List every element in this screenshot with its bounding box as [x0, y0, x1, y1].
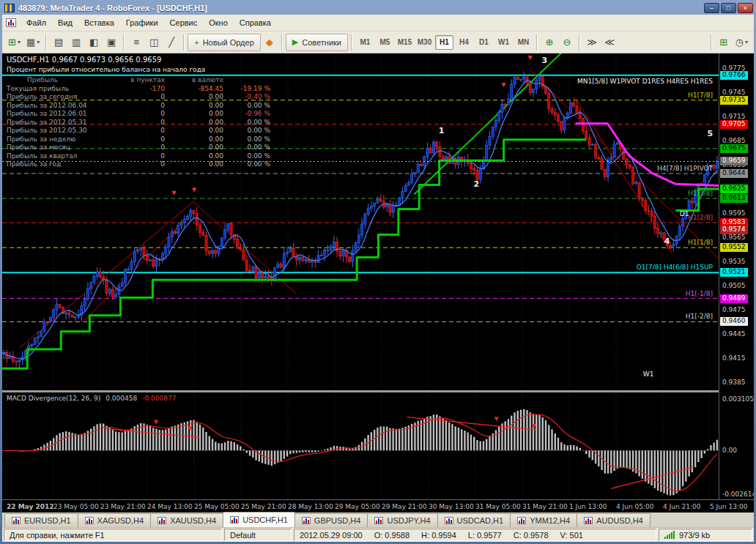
- menu-item-window[interactable]: Окно: [203, 15, 234, 30]
- toolbar-separator: [711, 34, 712, 51]
- tab-usdchf-h1[interactable]: USDCHF,H1: [223, 512, 295, 527]
- zoom-in-button[interactable]: ⊕: [541, 34, 558, 51]
- dropdown-arrow-icon: ▾: [745, 39, 748, 45]
- chart-tab-label: XAGUSD,H4: [97, 516, 144, 525]
- zoom-out-button[interactable]: ⊖: [558, 34, 576, 51]
- terminal-icon: ▣: [107, 37, 116, 48]
- line-chart-button[interactable]: ╱: [163, 34, 180, 51]
- status-close: C: 0.9578: [514, 531, 549, 540]
- chart-tab-label: USDCAD,H1: [457, 516, 504, 525]
- toolbar-separator: [183, 34, 185, 51]
- chart-tab-icon: [85, 517, 94, 524]
- tab-eurusd-h1[interactable]: EURUSD,H1: [4, 513, 78, 527]
- timeframe-mn-button[interactable]: MN: [514, 35, 533, 50]
- data-window-button[interactable]: ▥: [67, 34, 85, 51]
- data-window-icon: ▥: [72, 37, 81, 48]
- profit-row: Прибыль за квартал00.000.00 %: [7, 152, 270, 161]
- bar-chart-button[interactable]: ≡: [127, 34, 145, 51]
- navigator-button[interactable]: ◧: [85, 34, 103, 51]
- svg-text:H1[-2/8]: H1[-2/8]: [686, 313, 713, 320]
- window-title: 483879: MetaTrader 4 - RoboForex - [USDC…: [18, 4, 704, 12]
- maximize-button[interactable]: □: [721, 3, 736, 13]
- svg-text:1: 1: [439, 126, 445, 135]
- timeframe-m1-button[interactable]: M1: [356, 35, 374, 50]
- new-chart-button[interactable]: ⊞▾: [5, 34, 23, 51]
- chart-tabs-bar: EURUSD,H1XAGUSD,H4XAUUSD,H4USDCHF,H1GBPU…: [2, 513, 754, 528]
- price-badge: 0.9552: [720, 243, 748, 252]
- svg-text:5: 5: [707, 129, 713, 138]
- chart-tab-label: YMM12,H4: [530, 516, 570, 525]
- terminal-button[interactable]: ▣: [103, 34, 120, 51]
- metaeditor-button[interactable]: ◆: [261, 34, 278, 51]
- tab-xauusd-h4[interactable]: XAUUSD,H4: [150, 513, 223, 527]
- close-button[interactable]: ×: [738, 3, 753, 13]
- timeframe-d1-button[interactable]: D1: [475, 35, 493, 50]
- market-watch-button[interactable]: ▤: [50, 34, 67, 51]
- profit-row: Прибыль за месяц00.000.00 %: [7, 144, 270, 152]
- price-badge: 0.9613: [720, 194, 748, 203]
- candlestick-chart-button[interactable]: ◫: [145, 34, 163, 51]
- experts-button[interactable]: ▶Советники: [286, 34, 348, 51]
- chart-tab-icon: [584, 517, 593, 524]
- new-order-button[interactable]: +Новый Ордер: [188, 34, 261, 51]
- toolbar-separator: [536, 34, 538, 51]
- chart-tab-label: XAUUSD,H4: [170, 516, 216, 525]
- chart-tab-icon: [302, 517, 311, 524]
- time-axis[interactable]: 22 May 201223 May 05:0023 May 21:0024 Ma…: [2, 499, 754, 513]
- timeframe-h1-button[interactable]: H1: [435, 35, 453, 50]
- chart-tab-icon: [374, 517, 383, 524]
- navigator-icon: ◧: [89, 37, 98, 48]
- metatrader-logo-icon: [4, 4, 15, 12]
- toolbar-separator: [45, 34, 47, 51]
- timeframe-h4-button[interactable]: H4: [455, 35, 473, 50]
- line-chart-icon: ╱: [168, 37, 174, 48]
- profiles-button[interactable]: ▦▾: [23, 34, 42, 51]
- auto-scroll-button[interactable]: ≫: [583, 34, 601, 51]
- menu-item-service[interactable]: Сервис: [164, 15, 204, 30]
- tab-ymm12-h4[interactable]: YMM12,H4: [510, 513, 577, 527]
- macd-panel-canvas[interactable]: [2, 392, 719, 499]
- price-scale[interactable]: 0.97750.97450.97150.96850.96550.96250.95…: [719, 53, 754, 499]
- menu-item-file[interactable]: Файл: [21, 15, 52, 30]
- chart-tab-label: GBPUSD,H4: [314, 516, 361, 525]
- new-window-icon: ⊞: [719, 37, 727, 48]
- timeframe-m15-button[interactable]: M15: [396, 35, 414, 50]
- zoom-in-icon: ⊕: [546, 37, 554, 48]
- menu-item-view[interactable]: Вид: [52, 15, 78, 30]
- time-axis-label: 31 May 05:00: [475, 503, 521, 510]
- traffic-counter: 973/9 kb: [679, 530, 710, 540]
- tab-usdcad-h1[interactable]: USDCAD,H1: [437, 513, 511, 527]
- chart-shift-button[interactable]: ≪: [601, 34, 618, 51]
- new-window-button[interactable]: ⊞: [715, 34, 733, 51]
- time-axis-label: 31 May 21:00: [522, 503, 568, 510]
- price-badge: 0.9489: [720, 294, 748, 303]
- tab-xagusd-h4[interactable]: XAGUSD,H4: [78, 513, 152, 527]
- price-badge: 0.9766: [720, 71, 748, 80]
- tab-audusd-h4[interactable]: AUDUSD,H4: [577, 513, 651, 527]
- status-profile[interactable]: Default: [224, 529, 292, 541]
- menu-item-insert[interactable]: Вставка: [78, 15, 120, 30]
- candlestick-chart-icon: ◫: [149, 37, 158, 48]
- time-axis-label: 4 Jun 21:00: [663, 503, 700, 510]
- tab-gbpusd-h4[interactable]: GBPUSD,H4: [294, 513, 368, 527]
- status-volume: V: 501: [560, 531, 583, 540]
- zoom-out-icon: ⊖: [563, 37, 571, 48]
- timeframe-m5-button[interactable]: M5: [376, 35, 394, 50]
- timeframe-m30-button[interactable]: M30: [415, 35, 434, 50]
- price-scale-label: 0.9475: [722, 306, 746, 313]
- timeframe-w1-button[interactable]: W1: [494, 35, 513, 50]
- tab-usdjpy-h4[interactable]: USDJPY,H4: [367, 513, 437, 527]
- menu-item-help[interactable]: Справка: [234, 15, 277, 30]
- clock-button[interactable]: ◷▾: [733, 34, 751, 51]
- profiles-icon: ▦: [26, 37, 35, 48]
- chart-area[interactable]: MN1[5/8] W1PIVOT D1RES H4RES H1RESH1[7/8…: [2, 53, 754, 513]
- chart-window-icon[interactable]: [6, 18, 16, 27]
- chart-tab-icon: [445, 517, 453, 524]
- price-scale-label: 0.9415: [722, 354, 746, 362]
- minimize-button[interactable]: –: [704, 3, 719, 13]
- macd-value-main: 0.000458: [105, 395, 137, 402]
- time-axis-label: 4 Jun 05:00: [616, 503, 653, 510]
- time-axis-label: 30 May 13:00: [429, 503, 474, 510]
- menu-item-charts[interactable]: Графики: [120, 15, 164, 30]
- toolbar-separator: [579, 34, 580, 51]
